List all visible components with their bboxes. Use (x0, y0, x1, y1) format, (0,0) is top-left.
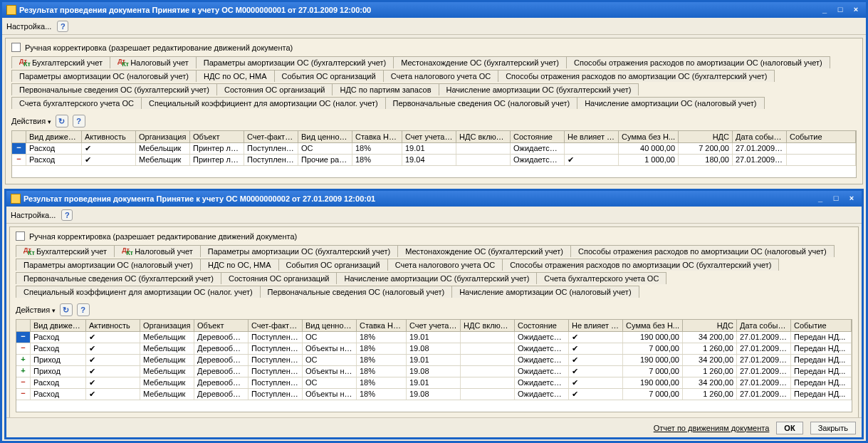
column-header[interactable]: Сумма без Н... (619, 131, 679, 142)
tab-item[interactable]: Способы отражения расходов по амортизаци… (502, 259, 779, 271)
column-header[interactable] (12, 131, 26, 142)
column-header[interactable]: Событие (787, 131, 856, 142)
column-header[interactable]: Состояние (515, 320, 569, 331)
tab-item[interactable]: ДтКтБухгалтерский учет (16, 245, 115, 257)
tab-item[interactable]: Первоначальные сведения ОС (налоговый уч… (260, 286, 453, 298)
tab-item[interactable]: Параметры амортизации ОС (бухгалтерский … (200, 245, 398, 257)
tab-item[interactable]: События ОС организаций (278, 259, 388, 271)
tab-item[interactable]: НДС по ОС, НМА (200, 259, 279, 271)
column-header[interactable]: Активность (82, 131, 136, 142)
table-row[interactable]: +Приход✔МебельщикДеревообра...Поступлени… (16, 355, 852, 366)
tab-item[interactable]: Счета бухгалтерского учета ОС (536, 272, 666, 284)
column-header[interactable]: Вид ценности (298, 131, 352, 142)
column-header[interactable]: Ставка НДС (357, 320, 407, 331)
close-button[interactable]: × (849, 4, 863, 16)
tab-item[interactable]: Состояния ОС организаций (216, 83, 333, 95)
tab-item[interactable]: Способы отражения расходов по амортизаци… (498, 70, 775, 82)
column-header[interactable]: Дата события (733, 131, 787, 142)
tab-item[interactable]: Начисление амортизации ОС (бухгалтерский… (439, 83, 639, 95)
column-header[interactable]: НДС включе... (461, 320, 515, 331)
column-header[interactable]: НДС (679, 131, 733, 142)
tab-item[interactable]: Специальный коэффициент для амортизации … (16, 286, 261, 298)
table-row[interactable]: −Расход✔МебельщикДеревообра...Поступлени… (16, 389, 852, 400)
tab-item[interactable]: ДтКтНалоговый учет (110, 56, 197, 68)
column-header[interactable]: Организация (140, 320, 194, 331)
tab-item[interactable]: Местонахождение ОС (бухгалтерский учет) (393, 56, 567, 68)
tab-item[interactable]: Первоначальные сведения ОС (налоговый уч… (385, 97, 578, 109)
column-header[interactable]: Ставка НДС (352, 131, 402, 142)
refresh-button[interactable]: ↻ (56, 115, 68, 127)
table-row[interactable]: −Расход✔МебельщикПринтер лаз...Поступлен… (12, 155, 856, 166)
tab-item[interactable]: ДтКтБухгалтерский учет (11, 56, 110, 68)
tab-item[interactable]: Начисление амортизации ОС (налоговый уче… (577, 97, 764, 109)
tab-item[interactable]: Состояния ОС организаций (221, 272, 337, 284)
column-header[interactable]: Вид движения (31, 320, 86, 331)
minimize-button[interactable]: _ (813, 193, 827, 204)
tab-item[interactable]: НДС по партиям запасов (332, 83, 439, 95)
column-header[interactable]: Счет учета Н... (407, 320, 461, 331)
close-button-footer[interactable]: Закрыть (810, 422, 856, 434)
tab-label: Состояния ОС организаций (224, 85, 325, 94)
column-header[interactable]: Объект (190, 131, 244, 142)
ok-button[interactable]: ОК (776, 422, 802, 434)
tab-item[interactable]: Местонахождение ОС (бухгалтерский учет) (397, 245, 571, 257)
tab-label: Местонахождение ОС (бухгалтерский учет) (405, 247, 563, 256)
tab-item[interactable]: Способы отражения расходов по амортизаци… (570, 245, 835, 257)
tab-item[interactable]: Начисление амортизации ОС (налоговый уче… (451, 286, 639, 298)
manual-edit-checkbox[interactable] (16, 231, 25, 241)
table-cell: ✔ (569, 343, 623, 354)
table-cell: Деревообра... (194, 355, 249, 365)
help-button[interactable]: ? (77, 303, 90, 316)
column-header[interactable]: Дата события (737, 320, 791, 331)
tab-item[interactable]: Способы отражения расходов по амортизаци… (566, 56, 830, 68)
tab-item[interactable]: Начисление амортизации ОС (бухгалтерский… (336, 272, 537, 284)
report-link[interactable]: Отчет по движениям документа (654, 424, 770, 432)
column-header[interactable]: Вид движения (26, 131, 82, 142)
tab-item[interactable]: Счета бухгалтерского учета ОС (11, 97, 142, 109)
column-header[interactable]: Счет-фактура (244, 131, 298, 142)
tab-item[interactable]: ДтКтНалоговый учет (114, 245, 201, 257)
tab-item[interactable]: Параметры амортизации ОС (налоговый учет… (11, 70, 197, 82)
close-button[interactable]: × (845, 193, 859, 204)
column-header[interactable]: Счет учета Н... (402, 131, 456, 142)
column-header[interactable]: Не влияет н... (565, 131, 619, 142)
tab-item[interactable]: События ОС организаций (274, 70, 384, 82)
column-header[interactable]: НДС включе... (456, 131, 511, 142)
column-header[interactable]: Активность (86, 320, 140, 331)
column-header[interactable]: Событие (791, 320, 852, 331)
tab-item[interactable]: Параметры амортизации ОС (бухгалтерский … (196, 56, 394, 68)
column-header[interactable]: НДС (683, 320, 737, 331)
table-row[interactable]: −Расход✔МебельщикПринтер лаз...Поступлен… (12, 143, 856, 155)
table-row[interactable]: −Расход✔МебельщикДеревообра...Поступлени… (16, 332, 852, 343)
table-row[interactable]: +Приход✔МебельщикДеревообра...Поступлени… (16, 366, 852, 377)
tab-item[interactable]: НДС по ОС, НМА (196, 70, 275, 82)
column-header[interactable]: Счет-фактура (249, 320, 303, 331)
tab-item[interactable]: Счета налогового учета ОС (387, 259, 503, 271)
column-header[interactable]: Организация (136, 131, 190, 142)
actions-dropdown[interactable]: Действия (16, 306, 56, 314)
table-row[interactable]: −Расход✔МебельщикДеревообра...Поступлени… (16, 377, 852, 389)
tab-item[interactable]: Первоначальные сведения ОС (бухгалтерски… (11, 83, 217, 95)
manual-edit-checkbox[interactable] (11, 43, 21, 52)
maximize-button[interactable]: □ (833, 4, 847, 16)
help-icon[interactable]: ? (61, 209, 73, 221)
settings-link[interactable]: Настройка... (6, 22, 51, 31)
help-icon[interactable]: ? (57, 21, 68, 32)
column-header[interactable]: Не влияет н... (569, 320, 623, 331)
column-header[interactable]: Сумма без Н... (623, 320, 683, 331)
tab-item[interactable]: Специальный коэффициент для амортизации … (141, 97, 386, 109)
column-header[interactable]: Состояние (511, 131, 565, 142)
tab-item[interactable]: Первоначальные сведения ОС (бухгалтерски… (16, 272, 221, 284)
minimize-button[interactable]: _ (817, 4, 832, 16)
settings-link[interactable]: Настройка... (11, 211, 56, 219)
column-header[interactable]: Объект (194, 320, 249, 331)
help-button[interactable]: ? (73, 115, 85, 127)
column-header[interactable] (16, 320, 31, 331)
tab-item[interactable]: Счета налогового учета ОС (383, 70, 499, 82)
actions-dropdown[interactable]: Действия (11, 117, 51, 125)
refresh-button[interactable]: ↻ (60, 303, 73, 316)
tab-item[interactable]: Параметры амортизации ОС (налоговый учет… (16, 259, 201, 271)
column-header[interactable]: Вид ценности (303, 320, 357, 331)
table-row[interactable]: −Расход✔МебельщикДеревообра...Поступлени… (16, 343, 852, 355)
maximize-button[interactable]: □ (829, 193, 843, 204)
